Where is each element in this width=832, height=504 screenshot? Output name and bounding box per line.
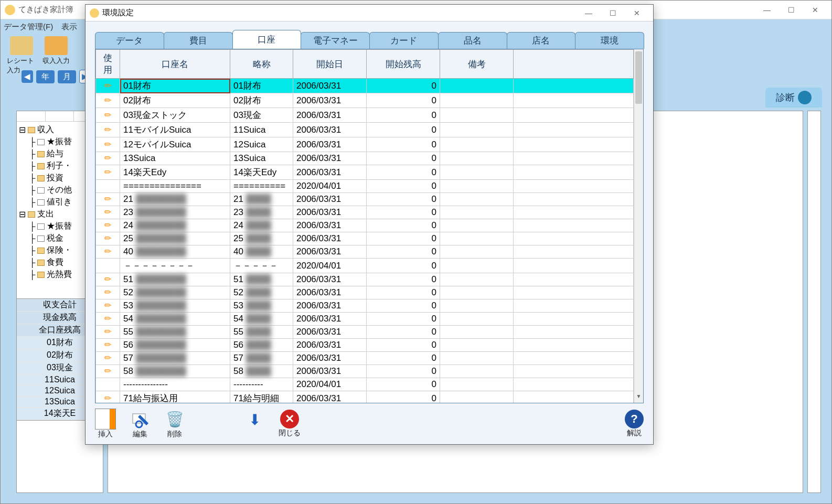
table-row[interactable]: ✎ 71給与振込用 71給与明細 2006/03/31 0	[96, 391, 634, 403]
grid-header-row: 使用口座名略称開始日開始残高備考	[96, 50, 634, 79]
tab-0[interactable]: データ	[95, 32, 164, 49]
table-row[interactable]: ✎ 53 ████████ 53 ████ 2006/03/31 0	[96, 299, 634, 313]
dialog-title: 環境設定	[102, 8, 577, 18]
grid-scrollbar[interactable]: ▲ ▼	[634, 49, 643, 403]
delete-button[interactable]: 🗑️ 削除	[164, 409, 185, 439]
account-grid-wrap[interactable]: 使用口座名略称開始日開始残高備考 ✎ 01財布 01財布 2006/03/31 …	[95, 49, 634, 403]
table-row[interactable]: ✎ 58 ████████ 58 ████ 2006/03/31 0	[96, 365, 634, 378]
tab-4[interactable]: カード	[369, 32, 439, 49]
table-row[interactable]: ✎ 11モバイルSuica 11Suica 2006/03/31 0	[96, 123, 634, 137]
folder-icon	[28, 211, 35, 218]
pencil-icon: ✎	[102, 166, 114, 178]
pencil-icon: ✎	[102, 392, 114, 403]
income-icon	[45, 36, 68, 55]
table-row[interactable]: ✎ 51 ████████ 51 ████ 2006/03/31 0	[96, 273, 634, 286]
menu-data[interactable]: データ管理(F)	[4, 22, 53, 32]
table-row[interactable]: ✎ 03現金ストック 03現金 2006/03/31 0	[96, 108, 634, 123]
income-input-button[interactable]: 収入入力	[41, 36, 71, 66]
col-header[interactable]: 開始日	[293, 50, 367, 79]
col-header[interactable]: 開始残高	[367, 50, 440, 79]
pencil-icon: ✎	[102, 299, 114, 312]
scroll-thumb[interactable]	[635, 51, 642, 104]
col-header[interactable]: 使用	[96, 50, 120, 79]
table-row[interactable]: ✎ 57 ████████ 57 ████ 2006/03/31 0	[96, 352, 634, 365]
col-header[interactable]: 略称	[230, 50, 293, 79]
account-grid: 使用口座名略称開始日開始残高備考 ✎ 01財布 01財布 2006/03/31 …	[95, 49, 634, 403]
help-button[interactable]: ? 解説	[625, 410, 644, 438]
pencil-icon: ✎	[102, 365, 114, 377]
pencil-icon: ✎	[102, 124, 114, 136]
nav-year[interactable]: 年	[36, 70, 55, 83]
tab-2[interactable]: 口座	[232, 30, 302, 49]
diagnosis-button[interactable]: 診断	[765, 88, 822, 108]
table-row[interactable]: ✎ 25 ████████ 25 ████ 2006/03/31 0	[96, 232, 634, 245]
dialog-titlebar: 環境設定 ― ☐ ✕	[86, 5, 653, 22]
pencil-icon: ✎	[102, 339, 114, 351]
folder-icon	[37, 248, 45, 254]
table-row[interactable]: ✎ 24 ████████ 24 ████ 2006/03/31 0	[96, 219, 634, 232]
table-row[interactable]: ✎ 23 ████████ 23 ████ 2006/03/31 0	[96, 206, 634, 219]
dialog-maximize[interactable]: ☐	[601, 5, 625, 21]
receipt-icon	[10, 36, 33, 55]
table-row[interactable]: ✎ 56 ████████ 56 ████ 2006/03/31 0	[96, 339, 634, 352]
pencil-icon: ✎	[102, 94, 114, 106]
dialog-content: 使用口座名略称開始日開始残高備考 ✎ 01財布 01財布 2006/03/31 …	[95, 49, 644, 403]
nav-month[interactable]: 月	[58, 70, 76, 83]
table-row[interactable]: －－－－－－－－ －－－－－ 2020/04/01 0	[96, 259, 634, 273]
trash-icon: 🗑️	[164, 409, 185, 430]
table-row[interactable]: ✎ 54 ████████ 54 ████ 2006/03/31 0	[96, 313, 634, 326]
page-icon	[37, 187, 45, 194]
edit-icon	[130, 409, 151, 430]
folder-icon	[37, 272, 45, 278]
tab-1[interactable]: 費目	[164, 32, 233, 49]
insert-icon	[95, 409, 116, 430]
table-row[interactable]: ✎ 55 ████████ 55 ████ 2006/03/31 0	[96, 326, 634, 339]
income-label: 収入入力	[42, 56, 70, 66]
minimize-button[interactable]: ―	[755, 2, 779, 18]
help-icon: ?	[625, 410, 644, 428]
tab-7[interactable]: 環境	[575, 32, 644, 49]
table-row[interactable]: ✎ 13Suica 13Suica 2006/03/31 0	[96, 152, 634, 165]
tab-6[interactable]: 店名	[507, 32, 576, 49]
table-row[interactable]: --------------- ---------- 2020/04/01 0	[96, 378, 634, 391]
insert-button[interactable]: 挿入	[95, 409, 116, 439]
scroll-down-icon[interactable]: ▼	[634, 393, 643, 403]
pencil-icon: ✎	[102, 219, 114, 231]
table-row[interactable]: ✎ 12モバイルSuica 12Suica 2006/03/31 0	[96, 137, 634, 152]
diagnosis-label: 診断	[776, 91, 795, 104]
table-row[interactable]: =============== ========== 2020/04/01 0	[96, 180, 634, 193]
close-icon: ✕	[280, 410, 299, 428]
table-row[interactable]: ✎ 01財布 01財布 2006/03/31 0	[96, 79, 634, 93]
table-row[interactable]: ✎ 52 ████████ 52 ████ 2006/03/31 0	[96, 286, 634, 299]
nav-prev[interactable]: ◀	[22, 70, 33, 83]
edit-button[interactable]: 編集	[130, 409, 151, 439]
page-icon	[37, 199, 45, 206]
menu-view[interactable]: 表示	[61, 22, 77, 32]
pencil-icon: ✎	[102, 313, 114, 325]
folder-icon	[37, 163, 45, 169]
pencil-icon: ✎	[102, 152, 114, 164]
table-row[interactable]: ✎ 40 ████████ 40 ████ 2006/03/31 0	[96, 245, 634, 259]
receipt-input-button[interactable]: レシート入力	[7, 36, 36, 75]
close-dialog-button[interactable]: ✕ 閉じる	[279, 410, 301, 438]
tab-3[interactable]: 電子マネー	[301, 32, 370, 49]
arrow-down-icon: ⬇	[244, 409, 265, 430]
dialog-close[interactable]: ✕	[625, 5, 649, 21]
dialog-tabs: データ費目口座電子マネーカード品名店名環境	[86, 22, 653, 49]
pencil-icon: ✎	[102, 286, 114, 298]
pencil-icon: ✎	[102, 109, 114, 121]
dialog-footer: 挿入 編集 🗑️ 削除 ⬇ ✕ 閉じる ? 解説	[86, 403, 653, 444]
col-header[interactable]: 口座名	[120, 50, 230, 79]
table-row[interactable]: ✎ 02財布 02財布 2006/03/31 0	[96, 93, 634, 108]
col-header[interactable]: 備考	[440, 50, 514, 79]
right-scroll-1[interactable]	[807, 111, 821, 493]
dialog-minimize[interactable]: ―	[577, 5, 601, 21]
table-row[interactable]: ✎ 21 ████████ 21 ████ 2006/03/31 0	[96, 193, 634, 206]
tab-5[interactable]: 品名	[438, 32, 507, 49]
stethoscope-icon	[798, 91, 812, 104]
close-button[interactable]: ✕	[803, 2, 827, 18]
folder-icon	[37, 151, 45, 157]
maximize-button[interactable]: ☐	[779, 2, 803, 18]
table-row[interactable]: ✎ 14楽天Edy 14楽天Edy 2006/03/31 0	[96, 165, 634, 180]
down-button[interactable]: ⬇	[244, 409, 265, 438]
